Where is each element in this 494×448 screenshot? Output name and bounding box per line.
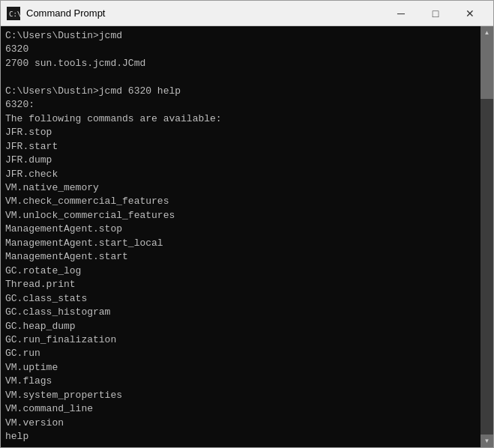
terminal-line: GC.run_finalization xyxy=(5,333,476,347)
terminal-line: JFR.dump xyxy=(5,154,476,167)
terminal-line xyxy=(5,70,476,84)
title-bar: C:\ Command Prompt ─ □ ✕ xyxy=(1,1,493,26)
terminal-line: ManagementAgent.stop xyxy=(5,223,476,236)
scrollbar[interactable]: ▲ ▼ xyxy=(481,26,493,447)
terminal-line: VM.check_commercial_features xyxy=(5,195,476,208)
terminal-line: GC.heap_dump xyxy=(5,320,476,333)
scrollbar-track xyxy=(481,39,493,435)
terminal-line: VM.command_line xyxy=(5,402,476,416)
terminal-line: Thread.print xyxy=(5,278,476,291)
maximize-button[interactable]: □ xyxy=(418,1,453,26)
command-prompt-window: C:\ Command Prompt ─ □ ✕ C:\Users\Dustin… xyxy=(0,0,494,448)
window-controls: ─ □ ✕ xyxy=(384,1,487,26)
terminal-line: ManagementAgent.start xyxy=(5,250,476,264)
terminal-line: ManagementAgent.start_local xyxy=(5,237,476,250)
scroll-up-arrow[interactable]: ▲ xyxy=(481,26,493,39)
terminal-line: C:\Users\Dustin>jcmd xyxy=(5,29,476,43)
terminal-output[interactable]: C:\Users\Dustin>jcmd63202700 sun.tools.j… xyxy=(1,26,481,447)
terminal-line: JFR.stop xyxy=(5,126,476,139)
terminal-line: JFR.start xyxy=(5,140,476,154)
terminal-line: VM.uptime xyxy=(5,361,476,375)
terminal-line: help xyxy=(5,430,476,444)
terminal-line: VM.system_properties xyxy=(5,389,476,402)
terminal-line: GC.class_histogram xyxy=(5,306,476,319)
scrollbar-thumb[interactable] xyxy=(481,39,493,99)
terminal-line: 6320 xyxy=(5,43,476,56)
window-title: Command Prompt xyxy=(26,7,384,19)
terminal-line: GC.class_stats xyxy=(5,292,476,306)
terminal-line: C:\Users\Dustin>jcmd 6320 help xyxy=(5,85,476,98)
close-button[interactable]: ✕ xyxy=(453,1,487,26)
terminal-line: The following commands are available: xyxy=(5,112,476,126)
terminal-line: 6320: xyxy=(5,98,476,112)
terminal-line: VM.flags xyxy=(5,375,476,388)
scroll-down-arrow[interactable]: ▼ xyxy=(481,435,493,447)
svg-text:C:\: C:\ xyxy=(9,10,20,18)
terminal-line: VM.version xyxy=(5,417,476,430)
content-area: C:\Users\Dustin>jcmd63202700 sun.tools.j… xyxy=(1,26,493,447)
terminal-line xyxy=(5,444,476,447)
terminal-line: GC.rotate_log xyxy=(5,264,476,278)
terminal-line: VM.unlock_commercial_features xyxy=(5,209,476,223)
minimize-button[interactable]: ─ xyxy=(384,1,418,26)
terminal-line: 2700 sun.tools.jcmd.JCmd xyxy=(5,57,476,70)
terminal-line: GC.run xyxy=(5,347,476,360)
terminal-line: JFR.check xyxy=(5,168,476,181)
terminal-line: VM.native_memory xyxy=(5,181,476,195)
cmd-icon: C:\ xyxy=(7,7,20,20)
